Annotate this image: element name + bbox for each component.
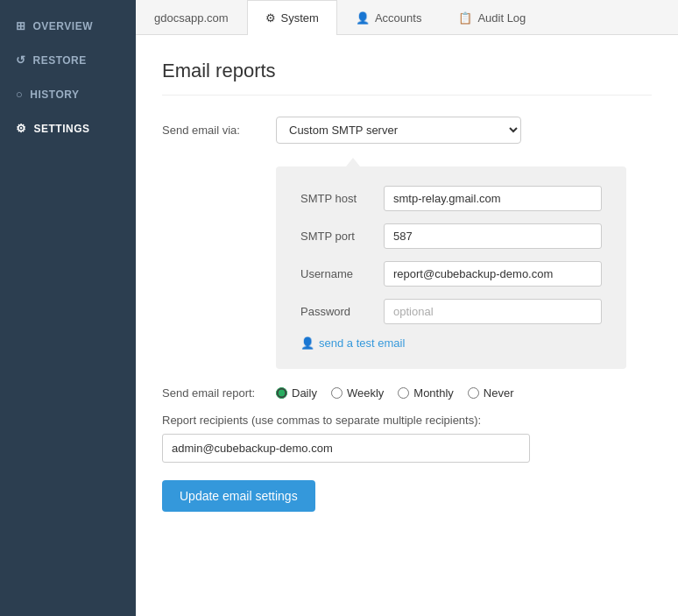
auditlog-tab-icon: 📋 (458, 11, 472, 25)
main-area: gdocsapp.com ⚙ System 👤 Accounts 📋 Audit… (136, 0, 678, 616)
test-email-link[interactable]: 👤 send a test email (300, 336, 602, 350)
tab-label: System (281, 11, 319, 25)
section-title: Email reports (162, 60, 652, 96)
radio-never-label: Never (484, 386, 514, 400)
history-icon: ○ (16, 88, 23, 101)
radio-monthly-label: Monthly (413, 386, 454, 400)
radio-options-group: Daily Weekly Monthly Never (276, 386, 514, 400)
smtp-password-label: Password (300, 305, 384, 318)
tab-label: gdocsapp.com (154, 11, 229, 25)
sidebar-item-settings[interactable]: ⚙ Settings (0, 111, 136, 145)
grid-icon: ⊞ (16, 19, 26, 32)
send-via-row: Send email via: Custom SMTP serverSendGr… (162, 117, 652, 144)
send-report-row: Send email report: Daily Weekly Monthly … (162, 386, 652, 400)
smtp-port-row: SMTP port (300, 223, 602, 249)
tab-system[interactable]: ⚙ System (247, 0, 337, 35)
sidebar-item-overview[interactable]: ⊞ Overview (0, 9, 136, 43)
smtp-username-input[interactable] (384, 261, 602, 287)
sidebar-item-history[interactable]: ○ History (0, 77, 136, 111)
radio-weekly[interactable]: Weekly (331, 386, 384, 400)
radio-never-input[interactable] (468, 387, 479, 399)
smtp-box: SMTP host SMTP port Username Password 👤 … (276, 166, 626, 369)
radio-weekly-input[interactable] (331, 387, 343, 399)
smtp-host-row: SMTP host (300, 186, 602, 211)
send-via-label: Send email via: (162, 124, 276, 137)
sidebar-item-label: History (30, 89, 79, 101)
restore-icon: ↺ (16, 53, 26, 67)
tab-bar: gdocsapp.com ⚙ System 👤 Accounts 📋 Audit… (136, 0, 678, 35)
radio-monthly-input[interactable] (398, 387, 409, 399)
radio-monthly[interactable]: Monthly (398, 386, 454, 400)
recipients-input[interactable] (162, 434, 530, 463)
smtp-host-input[interactable] (384, 186, 602, 211)
smtp-host-label: SMTP host (300, 192, 384, 205)
smtp-username-row: Username (300, 261, 602, 287)
recipients-row (162, 434, 652, 480)
settings-icon: ⚙ (16, 122, 27, 135)
update-settings-button[interactable]: Update email settings (162, 480, 315, 512)
tab-accounts[interactable]: 👤 Accounts (337, 0, 440, 35)
smtp-port-input[interactable] (384, 223, 602, 249)
radio-never[interactable]: Never (468, 386, 514, 400)
smtp-select[interactable]: Custom SMTP serverSendGridAmazon SESNone (276, 117, 521, 144)
sidebar-item-label: Settings (34, 123, 90, 135)
recipients-label: Report recipients (use commas to separat… (162, 414, 652, 427)
smtp-password-row: Password (300, 299, 602, 324)
sidebar-item-restore[interactable]: ↺ Restore (0, 43, 136, 77)
tab-gdocsapp[interactable]: gdocsapp.com (136, 0, 247, 35)
send-report-label: Send email report: (162, 386, 276, 400)
smtp-port-label: SMTP port (300, 230, 384, 243)
sidebar: ⊞ Overview ↺ Restore ○ History ⚙ Setting… (0, 0, 136, 616)
radio-daily-label: Daily (292, 386, 317, 400)
smtp-box-caret (346, 158, 360, 166)
tab-auditlog[interactable]: 📋 Audit Log (440, 0, 544, 35)
content-area: Email reports Send email via: Custom SMT… (136, 35, 678, 616)
sidebar-item-label: Overview (33, 20, 93, 32)
sidebar-item-label: Restore (33, 54, 87, 67)
smtp-username-label: Username (300, 267, 384, 280)
radio-weekly-label: Weekly (347, 386, 384, 400)
radio-daily-input[interactable] (276, 387, 287, 399)
radio-daily[interactable]: Daily (276, 386, 317, 400)
person-icon: 👤 (300, 336, 314, 350)
accounts-tab-icon: 👤 (356, 11, 370, 25)
test-email-text: send a test email (319, 336, 405, 350)
tab-label: Audit Log (477, 11, 526, 25)
smtp-password-input[interactable] (384, 299, 602, 324)
tab-label: Accounts (375, 11, 421, 25)
system-tab-icon: ⚙ (265, 11, 276, 25)
